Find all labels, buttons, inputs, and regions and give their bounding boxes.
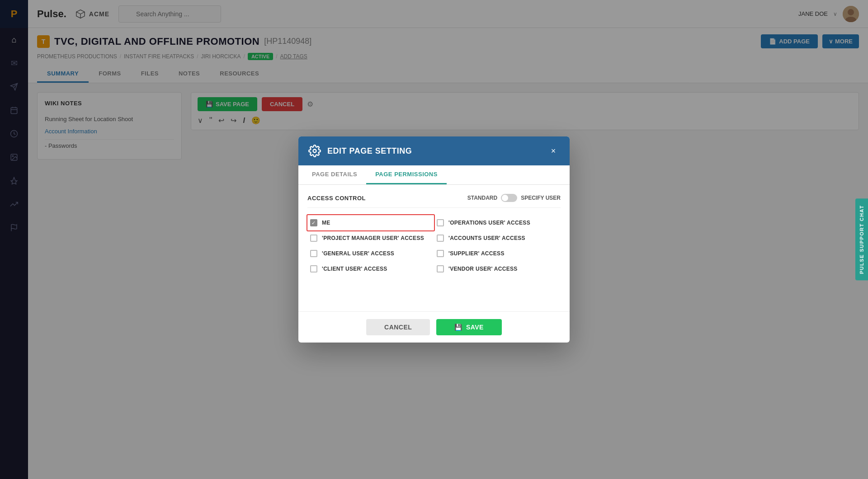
save-icon-modal: 💾 <box>454 324 462 331</box>
perm-label-accounts: 'ACCOUNTS USER' ACCESS <box>448 235 525 241</box>
modal-close-button[interactable]: × <box>547 145 560 157</box>
checkbox-accounts[interactable] <box>437 235 444 242</box>
checkbox-operations[interactable] <box>437 219 444 226</box>
checkbox-general[interactable] <box>310 250 317 257</box>
modal-header-left: EDIT PAGE SETTING <box>308 145 412 157</box>
modal-cancel-button[interactable]: CANCEL <box>366 319 430 335</box>
modal-title: EDIT PAGE SETTING <box>327 146 412 156</box>
perm-item-general: 'GENERAL USER' ACCESS <box>307 246 434 261</box>
perm-label-vendor: 'VENDOR USER' ACCESS <box>448 266 518 272</box>
modal-overlay: EDIT PAGE SETTING × PAGE DETAILS PAGE PE… <box>0 0 868 479</box>
modal-header: EDIT PAGE SETTING × <box>298 136 570 165</box>
perm-item-client: 'CLIENT USER' ACCESS <box>307 261 434 277</box>
permissions-grid: ME 'OPERATIONS USER' ACCESS 'PROJECT MAN… <box>307 215 561 277</box>
modal-body: ACCESS CONTROL STANDARD SPECIFY USER ME … <box>298 185 570 311</box>
checkbox-supplier[interactable] <box>437 250 444 257</box>
toggle-group: STANDARD SPECIFY USER <box>467 194 561 202</box>
perm-item-accounts: 'ACCOUNTS USER' ACCESS <box>434 230 561 246</box>
perm-item-project-manager: 'PROJECT MANAGER USER' ACCESS <box>307 230 434 246</box>
perm-label-me: ME <box>322 220 330 226</box>
svg-point-14 <box>313 150 316 153</box>
toggle-switch[interactable] <box>501 194 517 202</box>
checkbox-project-manager[interactable] <box>310 235 317 242</box>
modal-save-button[interactable]: 💾 SAVE <box>436 319 502 335</box>
perm-item-me: ME <box>307 214 435 231</box>
perm-label-client: 'CLIENT USER' ACCESS <box>322 266 387 272</box>
access-control-label: ACCESS CONTROL <box>307 195 366 202</box>
perm-item-vendor: 'VENDOR USER' ACCESS <box>434 261 561 277</box>
perm-label-supplier: 'SUPPLIER' ACCESS <box>448 250 505 257</box>
modal-tab-page-details[interactable]: PAGE DETAILS <box>303 165 366 184</box>
standard-label: STANDARD <box>467 195 497 201</box>
perm-label-operations: 'OPERATIONS USER' ACCESS <box>448 220 530 226</box>
access-header-row: ACCESS CONTROL STANDARD SPECIFY USER <box>307 194 561 208</box>
modal-tab-page-permissions[interactable]: PAGE PERMISSIONS <box>366 165 447 184</box>
modal-save-label: SAVE <box>466 324 484 331</box>
perm-label-general: 'GENERAL USER' ACCESS <box>322 250 394 257</box>
modal: EDIT PAGE SETTING × PAGE DETAILS PAGE PE… <box>298 136 570 343</box>
perm-item-supplier: 'SUPPLIER' ACCESS <box>434 246 561 261</box>
modal-tabs: PAGE DETAILS PAGE PERMISSIONS <box>298 165 570 185</box>
checkbox-vendor[interactable] <box>437 265 444 272</box>
perm-item-operations: 'OPERATIONS USER' ACCESS <box>434 215 561 230</box>
perm-label-project-manager: 'PROJECT MANAGER USER' ACCESS <box>322 235 424 241</box>
specify-user-label: SPECIFY USER <box>521 195 561 201</box>
checkbox-client[interactable] <box>310 265 317 272</box>
gear-icon <box>308 145 321 157</box>
support-chat-tab[interactable]: PULSE SUPPORT CHAT <box>855 199 868 281</box>
modal-footer: CANCEL 💾 SAVE <box>298 311 570 343</box>
checkbox-me[interactable] <box>310 219 317 226</box>
